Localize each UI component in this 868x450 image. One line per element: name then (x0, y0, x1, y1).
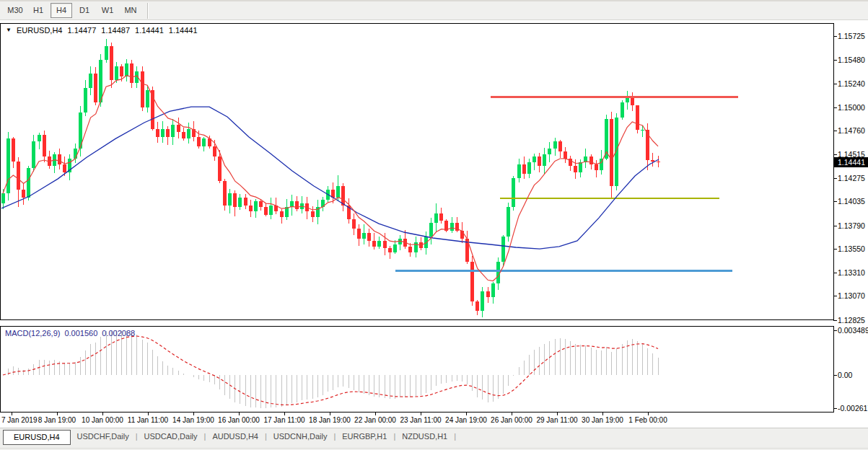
time-axis-label: 17 Jan 11:00 (263, 416, 304, 424)
symbol-label: EURUSD,H4 (17, 26, 63, 35)
time-axis-label: 8 Jan 19:00 (38, 416, 76, 424)
time-axis-label: 23 Jan 11:00 (400, 416, 441, 424)
trading-terminal-window: M30H1H4D1W1MN ▼ EURUSD,H4 1.14477 1.1448… (0, 0, 868, 450)
macd-axis-label: 0.00 (838, 371, 852, 379)
chart-tab-usdcad-daily[interactable]: USDCAD,Daily (138, 430, 204, 444)
current-price-badge: 1.14441 (834, 157, 868, 167)
ohlc-close: 1.14441 (169, 26, 198, 35)
ohlc-open: 1.14477 (68, 26, 97, 35)
price-chart-canvas[interactable] (0, 0, 868, 428)
macd-indicator-header: MACD(12,26,9) 0.001560 0.002088 (5, 329, 135, 338)
chart-tab-eurgbp-h1[interactable]: EURGBP,H1 (336, 430, 393, 444)
price-axis-label: 1.14275 (838, 174, 865, 182)
price-axis-label: 1.13550 (838, 244, 865, 253)
time-axis-label: 11 Jan 11:00 (128, 416, 168, 424)
chart-tab-eurusd-h4[interactable]: EURUSD,H4 (3, 430, 71, 445)
price-axis-label: 1.13310 (838, 268, 865, 277)
price-axis-label: 1.14035 (838, 197, 865, 206)
macd-signal-value: 0.002088 (102, 329, 135, 338)
tab-separator: | (454, 430, 456, 441)
macd-panel-border (1, 327, 834, 412)
time-axis-label: 24 Jan 19:00 (445, 416, 487, 424)
macd-label: MACD(12,26,9) (5, 329, 60, 338)
time-axis-label: 1 Feb 00:00 (628, 416, 667, 424)
macd-value: 0.001560 (64, 329, 97, 338)
statusbar-divider (0, 448, 868, 449)
symbol-dropdown-icon[interactable]: ▼ (6, 27, 12, 35)
time-axis-label: 18 Jan 19:00 (309, 416, 351, 424)
chart-tab-usdchf-daily[interactable]: USDCHF,Daily (71, 430, 136, 444)
macd-axis-label: -0.002617 (838, 404, 868, 412)
chart-tabs-bar: EURUSD,H4USDCHF,Daily|USDCAD,Daily|AUDUS… (0, 428, 868, 450)
price-axis-label: 1.15725 (838, 32, 865, 40)
time-axis-label: 16 Jan 00:00 (218, 416, 260, 424)
price-axis-label: 1.15480 (838, 56, 865, 64)
time-axis-label: 30 Jan 19:00 (582, 416, 623, 424)
time-axis-label: 10 Jan 00:00 (82, 416, 123, 424)
chart-tab-audusd-h4[interactable]: AUDUSD,H4 (206, 430, 265, 444)
price-axis-label: 1.15000 (838, 103, 865, 112)
price-axis-label: 1.12825 (838, 316, 865, 325)
chart-tab-usdcnh-daily[interactable]: USDCNH,Daily (267, 430, 334, 444)
time-axis-label: 7 Jan 2019 (1, 416, 38, 424)
ohlc-high: 1.14487 (101, 26, 130, 35)
price-axis-label: 1.15240 (838, 79, 865, 88)
time-axis-label: 14 Jan 19:00 (172, 416, 214, 424)
price-axis-label: 1.13070 (838, 291, 865, 300)
price-axis-label: 1.13790 (838, 221, 865, 230)
chart-tab-nzdusd-h1[interactable]: NZDUSD,H1 (395, 430, 454, 444)
chart-ohlc-header: ▼ EURUSD,H4 1.14477 1.14487 1.14441 1.14… (6, 26, 198, 35)
time-axis-label: 26 Jan 00:00 (491, 416, 532, 424)
time-axis-label: 22 Jan 00:00 (354, 416, 396, 424)
ohlc-low: 1.14441 (135, 26, 164, 35)
macd-axis-label: 0.003489 (838, 326, 868, 335)
time-axis-label: 29 Jan 11:00 (536, 416, 577, 424)
price-axis-label: 1.14760 (838, 126, 865, 135)
